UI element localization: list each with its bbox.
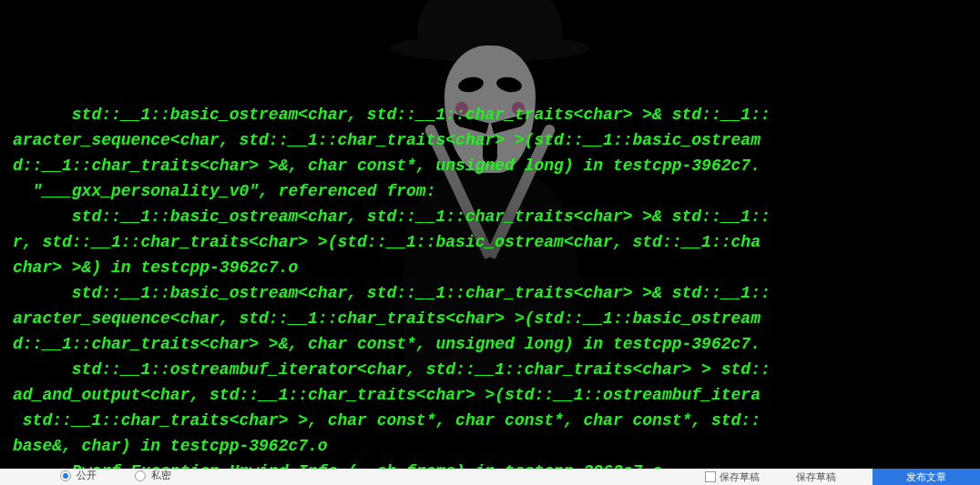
editor-bottom-bar: 公开 私密 保存草稿 保存草稿 发布文章 — [0, 469, 980, 485]
radio-public-label: 公开 — [77, 469, 97, 482]
save-draft-checkbox-label: 保存草稿 — [720, 470, 760, 484]
output-line: aracter_sequence<char, std::__1::char_tr… — [13, 131, 761, 149]
publish-button-label: 发布文章 — [906, 470, 946, 484]
output-line: "___gxx_personality_v0", referenced from… — [13, 182, 435, 200]
save-draft-checkbox[interactable] — [705, 471, 716, 482]
save-draft-button[interactable]: 保存草稿 — [796, 470, 836, 484]
output-line: std::__1::basic_ostream<char, std::__1::… — [13, 207, 771, 226]
output-line: d::__1::char_traits<char> >&, char const… — [13, 157, 761, 175]
output-line: r, std::__1::char_traits<char> >(std::__… — [13, 233, 761, 251]
output-line: std::__1::basic_ostream<char, std::__1::… — [13, 106, 771, 124]
output-line: std::__1::basic_ostream<char, std::__1::… — [13, 284, 771, 302]
output-line: ad_and_output<char, std::__1::char_trait… — [13, 386, 761, 404]
output-line: d::__1::char_traits<char> >&, char const… — [13, 335, 761, 353]
output-line: std::__1::char_traits<char> >, char cons… — [13, 411, 761, 429]
output-line: Dwarf Exception Unwind Info (__eh_frame)… — [13, 462, 662, 469]
output-line: aracter_sequence<char, std::__1::char_tr… — [13, 309, 761, 328]
terminal-output: std::__1::basic_ostream<char, std::__1::… — [13, 76, 980, 469]
output-line: char> >&) in testcpp-3962c7.o — [13, 258, 298, 277]
radio-private-label: 私密 — [151, 469, 171, 482]
radio-private[interactable] — [135, 470, 146, 481]
output-line: base&, char) in testcpp-3962c7.o — [13, 437, 328, 455]
publish-button[interactable]: 发布文章 — [873, 469, 980, 485]
visibility-radio-group: 公开 私密 — [60, 469, 171, 482]
radio-public[interactable] — [60, 470, 71, 481]
terminal-window[interactable]: std::__1::basic_ostream<char, std::__1::… — [0, 0, 980, 469]
output-line: std::__1::ostreambuf_iterator<char, std:… — [13, 360, 771, 379]
